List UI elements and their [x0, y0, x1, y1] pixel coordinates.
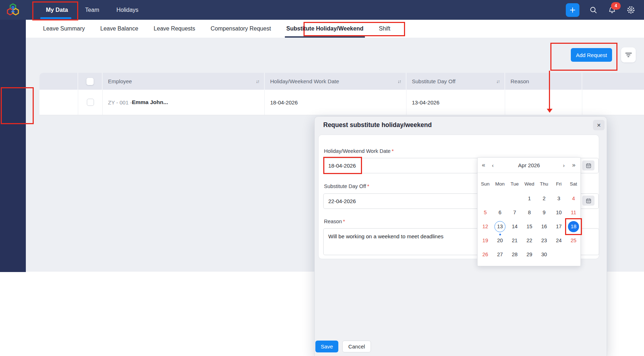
tab-holidays[interactable]: Holidays [116, 0, 138, 20]
calendar-day-cell[interactable]: 1 [522, 193, 537, 204]
calendar-day-7[interactable]: 7 [509, 207, 520, 218]
calendar-day-10[interactable]: 10 [553, 207, 564, 218]
calendar-day-cell[interactable]: 14 [507, 221, 522, 232]
calendar-day-4[interactable]: 4 [568, 193, 579, 204]
column-substitute-day-off[interactable]: Substitute Day Off ↓↑ [406, 73, 505, 90]
calendar-day-30[interactable]: 30 [539, 249, 550, 260]
table-row[interactable]: ZY - 001 -Emma John... 18-04-2026 13-04-… [39, 90, 644, 115]
calendar-day-cell[interactable]: 11 [566, 207, 581, 218]
calendar-day-cell[interactable]: 8 [522, 207, 537, 218]
annotation-arrow-head [547, 109, 553, 113]
column-work-date[interactable]: Holiday/Weekend Work Date ↓↑ [265, 73, 406, 90]
calendar-day-6[interactable]: 6 [494, 207, 506, 218]
calendar-day-29[interactable]: 29 [524, 249, 535, 260]
calendar-day-5[interactable]: 5 [480, 207, 491, 218]
calendar-day-cell[interactable]: 15 [522, 221, 537, 232]
calendar-day-cell[interactable]: 17 [551, 221, 566, 232]
calendar-day-cell[interactable]: 28 [507, 249, 522, 260]
calendar-day-cell[interactable]: 22 [522, 235, 537, 246]
row-spacer-cell [39, 90, 78, 115]
calendar-day-1[interactable]: 1 [524, 193, 535, 204]
calendar-day-cell[interactable]: 5 [478, 207, 493, 218]
calendar-day-15[interactable]: 15 [524, 221, 535, 232]
calendar-day-cell[interactable]: 7 [507, 207, 522, 218]
calendar-day-cell[interactable]: 24 [551, 235, 566, 246]
row-checkbox[interactable] [87, 99, 94, 106]
sort-icon[interactable]: ↓↑ [398, 79, 401, 84]
calendar-day-cell[interactable]: 2 [537, 193, 551, 204]
tab-team[interactable]: Team [85, 0, 99, 20]
calendar-day-23[interactable]: 23 [539, 235, 550, 246]
save-button[interactable]: Save [315, 341, 338, 352]
row-select-cell [78, 90, 103, 115]
settings-button[interactable] [626, 5, 635, 15]
cancel-button[interactable]: Cancel [342, 341, 371, 352]
calendar-day-25[interactable]: 25 [568, 235, 579, 246]
subtab-leave-requests[interactable]: Leave Requests [154, 20, 195, 38]
subtab-substitute-holiday-weekend[interactable]: Substitute Holiday/Weekend [286, 20, 363, 38]
notifications-button[interactable]: 4 [607, 5, 617, 15]
next-year-button[interactable]: » [572, 158, 575, 173]
calendar-day-22[interactable]: 22 [524, 235, 535, 246]
calendar-day-cell[interactable]: 12 [478, 221, 493, 232]
app-logo[interactable] [0, 0, 26, 20]
filter-button[interactable] [621, 47, 636, 62]
calendar-day-11[interactable]: 11 [568, 207, 579, 218]
search-button[interactable] [589, 5, 598, 15]
work-date-calendar-button[interactable] [582, 160, 594, 170]
calendar-day-2[interactable]: 2 [539, 193, 550, 204]
next-month-button[interactable]: › [563, 158, 565, 173]
calendar-day-cell[interactable]: 10 [551, 207, 566, 218]
prev-month-button[interactable]: ‹ [492, 158, 494, 173]
calendar-day-20[interactable]: 20 [494, 235, 506, 246]
subtab-leave-summary[interactable]: Leave Summary [43, 20, 85, 38]
notification-count-badge: 4 [611, 2, 621, 10]
calendar-day-cell[interactable]: 19 [478, 235, 493, 246]
calendar-day-cell[interactable]: 6 [493, 207, 507, 218]
column-employee[interactable]: Employee ↓↑ [103, 73, 265, 90]
calendar-icon [586, 198, 592, 204]
calendar-day-cell[interactable]: 9 [537, 207, 551, 218]
calendar-day-cell[interactable]: 4 [566, 193, 581, 204]
subtab-compensatory-request[interactable]: Compensatory Request [211, 20, 271, 38]
calendar-day-21[interactable]: 21 [509, 235, 520, 246]
calendar-day-19[interactable]: 19 [480, 235, 491, 246]
select-all-checkbox[interactable] [86, 78, 94, 85]
calendar-day-12[interactable]: 12 [480, 221, 491, 232]
subtab-leave-balance[interactable]: Leave Balance [100, 20, 138, 38]
calendar-day-cell[interactable]: 30 [537, 249, 551, 260]
calendar-day-26[interactable]: 26 [480, 249, 491, 260]
calendar-day-16[interactable]: 16 [539, 221, 550, 232]
subtab-shift[interactable]: Shift [379, 20, 390, 38]
calendar-day-cell[interactable]: 21 [507, 235, 522, 246]
add-button[interactable] [566, 3, 579, 17]
calendar-day-24[interactable]: 24 [553, 235, 564, 246]
calendar-day-18[interactable]: 18 [568, 221, 579, 232]
calendar-day-cell[interactable]: 23 [537, 235, 551, 246]
calendar-day-14[interactable]: 14 [509, 221, 520, 232]
calendar-day-cell[interactable]: 26 [478, 249, 493, 260]
modal-close-button[interactable]: ✕ [593, 120, 605, 130]
tab-my-data[interactable]: My Data [46, 0, 68, 20]
calendar-day-28[interactable]: 28 [509, 249, 520, 260]
calendar-day-cell[interactable]: 13 [493, 221, 507, 232]
calendar-day-9[interactable]: 9 [539, 207, 550, 218]
calendar-day-27[interactable]: 27 [494, 249, 506, 260]
calendar-day-8[interactable]: 8 [524, 207, 535, 218]
calendar-day-cell[interactable]: 29 [522, 249, 537, 260]
add-request-button[interactable]: Add Request [571, 48, 612, 62]
sort-icon[interactable]: ↓↑ [256, 79, 259, 84]
calendar-day-cell[interactable]: 16 [537, 221, 551, 232]
column-reason[interactable]: Reason [505, 73, 582, 90]
calendar-day-3[interactable]: 3 [553, 193, 564, 204]
substitute-day-off-calendar-button[interactable] [582, 196, 594, 206]
calendar-day-cell[interactable]: 25 [566, 235, 581, 246]
calendar-day-cell[interactable]: 27 [493, 249, 507, 260]
calendar-day-13[interactable]: 13 [494, 221, 506, 232]
calendar-day-cell[interactable]: 20 [493, 235, 507, 246]
calendar-day-cell[interactable]: 18 [566, 221, 581, 232]
calendar-day-17[interactable]: 17 [553, 221, 564, 232]
sort-icon[interactable]: ↓↑ [496, 79, 499, 84]
calendar-day-cell[interactable]: 3 [551, 193, 566, 204]
prev-year-button[interactable]: « [482, 158, 485, 173]
